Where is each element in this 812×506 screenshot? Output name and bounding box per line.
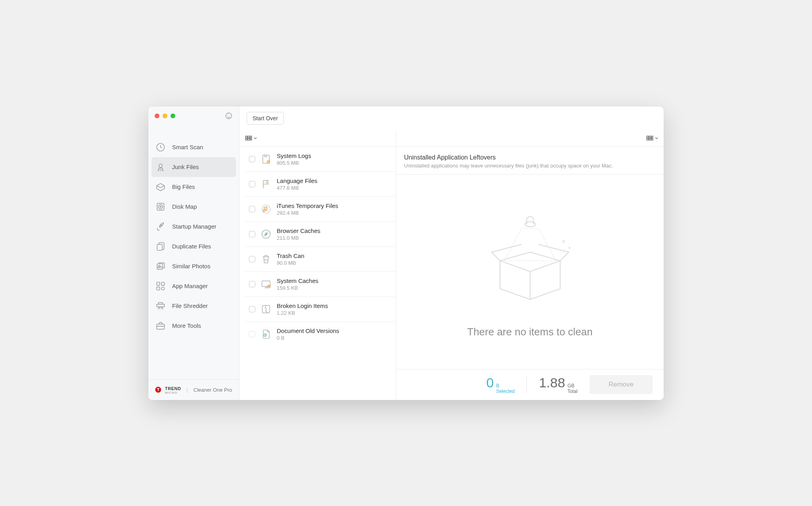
- category-list[interactable]: System Logs 805.5 MB A Language Files 47…: [239, 147, 396, 400]
- category-column: System Logs 805.5 MB A Language Files 47…: [239, 130, 396, 400]
- close-window-button[interactable]: [155, 114, 159, 118]
- footer-brand: TREND MICRO | Cleaner One Pro: [148, 379, 239, 400]
- view-toggle-right: [396, 130, 664, 147]
- empty-state-text: There are no items to clean: [467, 326, 593, 338]
- monitor-icon: [260, 278, 272, 290]
- category-title: Language Files: [277, 177, 318, 184]
- category-size: 805.5 MB: [277, 160, 311, 166]
- category-title: Document Old Versions: [277, 327, 339, 334]
- svg-text:A: A: [266, 181, 268, 183]
- category-row[interactable]: A Language Files 477.6 MB: [244, 172, 396, 197]
- sidebar-item-label: Startup Manager: [172, 223, 216, 230]
- chevron-down-icon: [655, 137, 658, 139]
- minimize-window-button[interactable]: [163, 114, 167, 118]
- category-checkbox[interactable]: [249, 256, 255, 262]
- category-size: 1.22 KB: [277, 310, 328, 316]
- broom-icon: [155, 162, 166, 172]
- view-toggle-left: [239, 130, 396, 147]
- sidebar-item-junk-files[interactable]: Junk Files: [151, 157, 236, 177]
- total-label: Total: [567, 389, 577, 394]
- svg-point-2: [230, 115, 230, 115]
- category-checkbox[interactable]: [249, 306, 255, 312]
- sidebar-item-label: More Tools: [172, 322, 201, 329]
- help-icon[interactable]: [225, 112, 233, 120]
- category-checkbox[interactable]: [249, 156, 255, 162]
- sidebar-nav: Smart Scan Junk Files Big Files Disk Map…: [148, 137, 239, 379]
- apps-icon: [155, 281, 166, 291]
- sidebar-item-label: Big Files: [172, 183, 195, 190]
- compass-icon: [260, 228, 272, 240]
- brand-subname: MICRO: [165, 391, 181, 394]
- remove-button[interactable]: Remove: [590, 375, 653, 394]
- category-title: Browser Caches: [277, 227, 320, 234]
- sidebar-item-disk-map[interactable]: Disk Map: [148, 197, 239, 217]
- sidebar-item-more-tools[interactable]: More Tools: [148, 316, 239, 336]
- category-row[interactable]: Trash Can 90.0 MB: [244, 247, 396, 272]
- total-unit: GB: [567, 383, 577, 389]
- category-checkbox[interactable]: [249, 181, 255, 187]
- category-row[interactable]: iTunes Temporary Files 292.4 MB: [244, 197, 396, 222]
- category-checkbox[interactable]: [249, 231, 255, 237]
- selected-value: 0: [486, 375, 494, 391]
- svg-rect-22: [248, 139, 249, 140]
- sidebar-item-label: Junk Files: [172, 164, 199, 170]
- detail-header: Uninstalled Application Leftovers Uninst…: [396, 147, 664, 175]
- category-row[interactable]: Broken Login Items 1.22 KB: [244, 297, 396, 322]
- detail-column: Uninstalled Application Leftovers Uninst…: [396, 130, 664, 400]
- box-icon: [155, 182, 166, 192]
- sidebar-item-duplicate-files[interactable]: Duplicate Files: [148, 237, 239, 256]
- svg-rect-34: [649, 136, 651, 138]
- svg-rect-33: [647, 136, 648, 138]
- view-mode-toggle[interactable]: [245, 136, 257, 140]
- category-size: 477.6 MB: [277, 185, 318, 191]
- brand-name: TREND: [165, 386, 181, 391]
- maximize-window-button[interactable]: [170, 114, 175, 118]
- svg-rect-16: [157, 324, 165, 329]
- svg-rect-38: [651, 139, 653, 140]
- selected-stat: 0 B Selected: [486, 375, 515, 394]
- category-checkbox: [249, 331, 255, 337]
- sidebar-item-label: Similar Photos: [172, 263, 211, 269]
- brand-text: TREND MICRO: [165, 385, 181, 394]
- svg-point-0: [226, 113, 232, 119]
- photos-icon: [155, 261, 166, 271]
- doc-icon: [260, 328, 272, 340]
- sidebar-item-smart-scan[interactable]: Smart Scan: [148, 137, 239, 157]
- svg-point-14: [161, 287, 165, 290]
- total-stat: 1.88 GB Total: [539, 375, 578, 394]
- svg-rect-36: [647, 139, 648, 140]
- category-title: System Caches: [277, 277, 318, 284]
- view-mode-toggle[interactable]: [646, 136, 658, 140]
- category-row[interactable]: Browser Caches 211.0 MB: [244, 222, 396, 247]
- clock-icon: [155, 142, 166, 152]
- rocket-icon: [155, 221, 166, 232]
- svg-rect-29: [262, 281, 270, 286]
- svg-rect-8: [157, 244, 162, 250]
- svg-point-4: [159, 164, 163, 167]
- sidebar-item-startup-manager[interactable]: Startup Manager: [148, 217, 239, 237]
- sidebar-item-similar-photos[interactable]: Similar Photos: [148, 256, 239, 276]
- disk-icon: [155, 202, 166, 212]
- category-checkbox[interactable]: [249, 206, 255, 212]
- category-row[interactable]: System Logs 805.5 MB: [244, 147, 396, 172]
- category-size: 211.0 MB: [277, 235, 320, 241]
- category-checkbox[interactable]: [249, 281, 255, 287]
- svg-rect-15: [157, 304, 165, 307]
- broken-icon: [260, 303, 272, 315]
- toolbar: Start Over: [239, 106, 664, 130]
- empty-state: There are no items to clean: [396, 175, 664, 369]
- sidebar-item-file-shredder[interactable]: File Shredder: [148, 296, 239, 316]
- category-size: 159.5 KB: [277, 285, 318, 291]
- sidebar-item-label: Disk Map: [172, 203, 197, 210]
- sidebar-item-label: Duplicate Files: [172, 243, 211, 250]
- sidebar-item-label: File Shredder: [172, 302, 208, 309]
- sidebar-item-app-manager[interactable]: App Manager: [148, 276, 239, 296]
- svg-rect-19: [248, 136, 249, 138]
- app-name-label: Cleaner One Pro: [193, 387, 232, 393]
- category-title: System Logs: [277, 152, 311, 159]
- category-row[interactable]: System Caches 159.5 KB: [244, 272, 396, 297]
- category-row[interactable]: Document Old Versions 0 B: [244, 322, 396, 346]
- sidebar-item-big-files[interactable]: Big Files: [148, 177, 239, 197]
- flag-icon: A: [260, 178, 272, 190]
- start-over-button[interactable]: Start Over: [247, 112, 284, 125]
